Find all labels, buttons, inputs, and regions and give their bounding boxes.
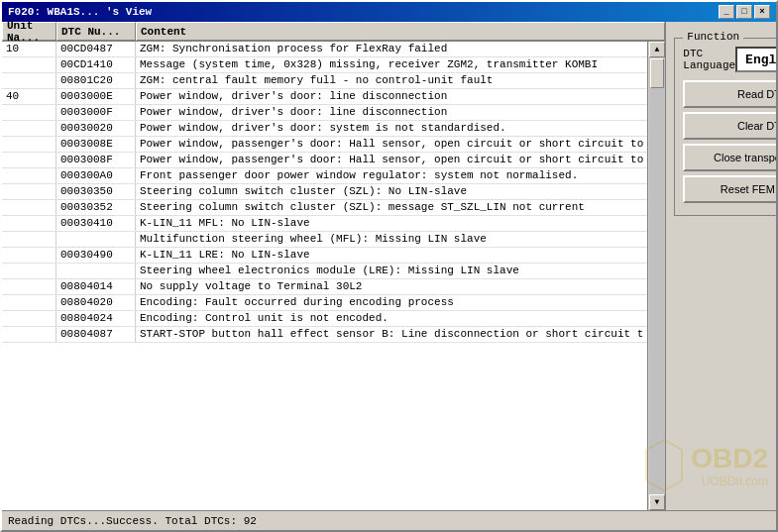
close-transport-button[interactable]: Close transport mode — [683, 144, 776, 171]
cell-content: START-STOP button hall effect sensor B: … — [136, 327, 647, 342]
table-row[interactable]: 00804024Encoding: Control unit is not en… — [2, 311, 647, 327]
cell-dtc — [56, 232, 136, 247]
close-button[interactable]: × — [754, 5, 770, 19]
cell-content: Power window, passenger's door: Hall sen… — [136, 153, 647, 167]
cell-content: Encoding: Fault occurred during encoding… — [136, 295, 647, 310]
cell-unit — [2, 57, 56, 72]
cell-dtc: 00801C20 — [56, 73, 136, 88]
table-row[interactable]: 1000CD0487ZGM: Synchronisation process f… — [2, 42, 647, 57]
reset-fem-button[interactable]: Reset FEM to start — [683, 175, 776, 203]
cell-unit — [2, 168, 56, 183]
cell-dtc: 0003000F — [56, 105, 136, 120]
cell-dtc: 00030020 — [56, 121, 136, 136]
cell-dtc: 00804024 — [56, 311, 136, 326]
table-row[interactable]: 0003008EPower window, passenger's door: … — [2, 137, 647, 153]
cell-unit — [2, 279, 56, 294]
cell-unit — [2, 248, 56, 263]
cell-dtc: 00804087 — [56, 327, 136, 342]
cell-content: Power window, driver's door: line discon… — [136, 89, 647, 104]
minimize-button[interactable]: _ — [719, 5, 734, 19]
cell-content: Power window, passenger's door: Hall sen… — [136, 137, 647, 152]
title-bar: F020: WBA1S... 's View _ □ × — [2, 2, 776, 22]
left-panel: Unit Na... DTC Nu... Content 1000CD0487Z… — [2, 22, 666, 510]
dtc-language-row: DTC Language English ▼ — [683, 47, 776, 72]
cell-content: ZGM: central fault memory full - no cont… — [136, 73, 647, 88]
function-group: Function DTC Language English ▼ Read DTC… — [674, 38, 776, 216]
title-bar-buttons: _ □ × — [719, 5, 770, 19]
cell-dtc: 00030350 — [56, 184, 136, 199]
table-row[interactable]: 00801C20ZGM: central fault memory full -… — [2, 73, 647, 89]
main-content: Unit Na... DTC Nu... Content 1000CD0487Z… — [2, 22, 776, 510]
col-header-unit: Unit Na... — [2, 22, 56, 41]
cell-unit — [2, 153, 56, 167]
status-text: Reading DTCs...Success. Total DTCs: 92 — [8, 515, 257, 527]
scroll-down-button[interactable]: ▼ — [649, 494, 665, 510]
cell-dtc: 00CD0487 — [56, 42, 136, 56]
cell-dtc: 00804020 — [56, 295, 136, 310]
maximize-button[interactable]: □ — [736, 5, 752, 19]
cell-content: ZGM: Synchronisation process for FlexRay… — [136, 42, 647, 56]
cell-unit — [2, 216, 56, 231]
table-row[interactable]: 00CD1410Message (system time, 0x328) mis… — [2, 57, 647, 73]
cell-content: Steering wheel electronics module (LRE):… — [136, 264, 647, 278]
scroll-thumb[interactable] — [650, 58, 664, 88]
table-body: 1000CD0487ZGM: Synchronisation process f… — [2, 42, 647, 510]
right-panel: Function DTC Language English ▼ Read DTC… — [666, 22, 776, 510]
cell-dtc: 00030410 — [56, 216, 136, 231]
table-row[interactable]: 00804014No supply voltage to Terminal 30… — [2, 279, 647, 295]
scroll-up-button[interactable]: ▲ — [649, 42, 665, 57]
cell-unit — [2, 311, 56, 326]
scrollbar[interactable]: ▲ ▼ — [647, 42, 665, 510]
cell-unit — [2, 184, 56, 199]
cell-content: Steering column switch cluster (SZL): me… — [136, 200, 647, 215]
cell-content: Multifunction steering wheel (MFL): Miss… — [136, 232, 647, 247]
cell-unit — [2, 73, 56, 88]
table-row[interactable]: 00030350Steering column switch cluster (… — [2, 184, 647, 200]
cell-dtc: 000300A0 — [56, 168, 136, 183]
cell-unit: 40 — [2, 89, 56, 104]
col-header-content: Content — [136, 22, 665, 41]
table-row[interactable]: Steering wheel electronics module (LRE):… — [2, 264, 647, 279]
table-row[interactable]: 00804087START-STOP button hall effect se… — [2, 327, 647, 343]
cell-unit — [2, 232, 56, 247]
table-row[interactable]: 000300A0Front passenger door power windo… — [2, 168, 647, 184]
function-group-label: Function — [683, 31, 743, 43]
table-row[interactable]: 0003000FPower window, driver's door: lin… — [2, 105, 647, 121]
table-row[interactable]: Multifunction steering wheel (MFL): Miss… — [2, 232, 647, 248]
cell-dtc: 00030352 — [56, 200, 136, 215]
cell-content: Power window, driver's door: line discon… — [136, 105, 647, 120]
table-with-scroll: 1000CD0487ZGM: Synchronisation process f… — [2, 42, 665, 510]
language-select[interactable]: English ▼ — [735, 47, 776, 72]
read-dtcs-button[interactable]: Read DTCs — [683, 80, 776, 108]
cell-content: Message (system time, 0x328) missing, re… — [136, 57, 647, 72]
table-row[interactable]: 0003008FPower window, passenger's door: … — [2, 153, 647, 168]
table-row[interactable]: 00804020Encoding: Fault occurred during … — [2, 295, 647, 311]
cell-unit — [2, 137, 56, 152]
cell-content: K-LIN_11 LRE: No LIN-slave — [136, 248, 647, 263]
table-row[interactable]: 00030352Steering column switch cluster (… — [2, 200, 647, 216]
cell-unit — [2, 121, 56, 136]
clear-dtcs-button[interactable]: Clear DTCs — [683, 112, 776, 140]
table-row[interactable]: 00030490K-LIN_11 LRE: No LIN-slave — [2, 248, 647, 264]
obd2-text: OBD2 — [691, 443, 768, 475]
function-buttons: Read DTCs Clear DTCs Close transport mod… — [683, 80, 776, 203]
language-value: English — [737, 51, 776, 69]
cell-dtc: 0003008E — [56, 137, 136, 152]
cell-unit — [2, 264, 56, 278]
cell-content: Power window, driver's door: system is n… — [136, 121, 647, 136]
dtc-language-label: DTC Language — [683, 48, 735, 71]
cell-content: No supply voltage to Terminal 30L2 — [136, 279, 647, 294]
table-row[interactable]: 00030020Power window, driver's door: sys… — [2, 121, 647, 137]
uobdii-text: UOBDII.com — [691, 475, 768, 488]
cell-unit — [2, 295, 56, 310]
cell-unit — [2, 200, 56, 215]
table-rows: 1000CD0487ZGM: Synchronisation process f… — [2, 42, 647, 510]
scroll-track[interactable] — [649, 57, 665, 494]
cell-dtc: 00804014 — [56, 279, 136, 294]
window-title: F020: WBA1S... 's View — [8, 6, 152, 18]
cell-dtc: 0003008F — [56, 153, 136, 167]
cell-content: Front passenger door power window regula… — [136, 168, 647, 183]
table-row[interactable]: 400003000EPower window, driver's door: l… — [2, 89, 647, 105]
table-row[interactable]: 00030410K-LIN_11 MFL: No LIN-slave — [2, 216, 647, 232]
main-window: F020: WBA1S... 's View _ □ × Unit Na... … — [0, 0, 778, 532]
